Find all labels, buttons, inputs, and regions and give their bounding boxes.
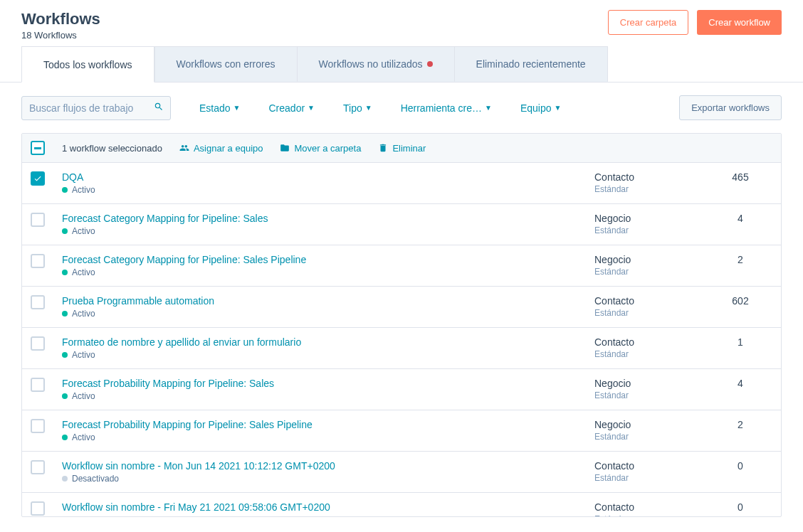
delete-action[interactable]: Eliminar — [378, 143, 426, 154]
object-type: Negocio — [594, 254, 708, 265]
caret-down-icon: ▼ — [485, 104, 492, 112]
tab-unused[interactable]: Workflows no utilizados — [297, 46, 454, 82]
row-checkbox[interactable] — [31, 419, 45, 433]
object-type: Contacto — [594, 171, 708, 183]
tab-errors[interactable]: Workflows con errores — [154, 46, 297, 82]
table-row: Forecast Probability Mapping for Pipelin… — [22, 369, 781, 410]
selection-count: 1 workflow seleccionado — [62, 143, 162, 154]
status-dot-icon — [62, 352, 68, 358]
filter-herramienta[interactable]: Herramienta cre…▼ — [401, 102, 492, 114]
trash-icon — [378, 143, 388, 153]
select-all-checkbox[interactable] — [31, 141, 45, 155]
enrolled-count: 4 — [708, 378, 772, 389]
enrolled-count: 2 — [708, 419, 772, 430]
workflow-name-link[interactable]: Forecast Probability Mapping for Pipelin… — [62, 378, 594, 389]
row-checkbox[interactable] — [31, 460, 45, 474]
caret-down-icon: ▼ — [365, 104, 372, 112]
unused-indicator-dot — [427, 61, 433, 67]
filter-tipo[interactable]: Tipo▼ — [343, 102, 372, 114]
workflow-name-link[interactable]: Workflow sin nombre - Fri May 21 2021 09… — [62, 501, 594, 513]
status-label: Activo — [72, 267, 95, 277]
object-type: Contacto — [594, 501, 708, 513]
status-dot-icon — [62, 311, 68, 316]
workflow-type: Estándar — [594, 267, 708, 277]
users-icon — [179, 143, 189, 153]
export-button[interactable]: Exportar workflows — [679, 95, 782, 120]
status-dot-icon — [62, 435, 68, 440]
workflow-table: 1 workflow seleccionado Asignar a equipo… — [21, 133, 782, 517]
tab-all-workflows[interactable]: Todos los workflows — [21, 46, 154, 83]
status-label: Desactivado — [72, 515, 119, 517]
tabs-bar: Todos los workflows Workflows con errore… — [0, 46, 803, 83]
filter-estado[interactable]: Estado▼ — [199, 102, 241, 114]
enrolled-count: 0 — [708, 460, 772, 472]
status-label: Activo — [72, 226, 95, 236]
tab-deleted[interactable]: Eliminado recientemente — [454, 46, 608, 82]
create-folder-button[interactable]: Crear carpeta — [608, 10, 688, 35]
search-input[interactable] — [21, 96, 171, 120]
row-checkbox[interactable] — [31, 254, 45, 268]
workflow-type: Estándar — [594, 225, 708, 235]
object-type: Contacto — [594, 295, 708, 307]
object-type: Negocio — [594, 213, 708, 224]
workflow-name-link[interactable]: Forecast Category Mapping for Pipeline: … — [62, 213, 594, 224]
caret-down-icon: ▼ — [308, 104, 315, 112]
filter-herramienta-label: Herramienta cre… — [401, 102, 482, 114]
filter-estado-label: Estado — [199, 102, 231, 114]
enrolled-count: 0 — [708, 501, 772, 513]
filter-equipo-label: Equipo — [520, 102, 552, 114]
page-subtitle: 18 Workflows — [21, 30, 100, 41]
assign-team-action[interactable]: Asignar a equipo — [179, 143, 263, 154]
object-type: Contacto — [594, 336, 708, 348]
workflow-name-link[interactable]: Formateo de nombre y apellido al enviar … — [62, 336, 594, 348]
row-checkbox[interactable] — [31, 213, 45, 227]
workflow-type: Estándar — [594, 473, 708, 483]
workflow-name-link[interactable]: DQA — [62, 171, 594, 183]
status-dot-icon — [62, 270, 68, 275]
filter-creador[interactable]: Creador▼ — [269, 102, 315, 114]
tab-unused-label: Workflows no utilizados — [319, 58, 423, 70]
workflow-type: Estándar — [594, 184, 708, 194]
workflow-type: Estándar — [594, 390, 708, 400]
status-label: Activo — [72, 350, 95, 360]
row-checkbox[interactable] — [31, 295, 45, 309]
status-label: Activo — [72, 185, 95, 195]
workflow-name-link[interactable]: Workflow sin nombre - Mon Jun 14 2021 10… — [62, 460, 594, 472]
object-type: Negocio — [594, 419, 708, 430]
workflow-name-link[interactable]: Forecast Category Mapping for Pipeline: … — [62, 254, 594, 265]
filter-tipo-label: Tipo — [343, 102, 362, 114]
filter-equipo[interactable]: Equipo▼ — [520, 102, 562, 114]
status-dot-icon — [62, 228, 68, 234]
table-row: Forecast Probability Mapping for Pipelin… — [22, 410, 781, 452]
object-type: Negocio — [594, 378, 708, 389]
row-checkbox[interactable] — [31, 171, 45, 186]
status-label: Activo — [72, 432, 95, 442]
row-checkbox[interactable] — [31, 378, 45, 392]
create-workflow-button[interactable]: Crear workflow — [697, 10, 782, 35]
move-folder-action[interactable]: Mover a carpeta — [280, 143, 361, 154]
object-type: Contacto — [594, 460, 708, 472]
delete-label: Eliminar — [392, 143, 426, 154]
caret-down-icon: ▼ — [555, 104, 562, 112]
table-row: Formateo de nombre y apellido al enviar … — [22, 328, 781, 369]
status-label: Activo — [72, 309, 95, 319]
search-icon[interactable] — [154, 102, 164, 115]
filter-creador-label: Creador — [269, 102, 305, 114]
workflow-name-link[interactable]: Forecast Probability Mapping for Pipelin… — [62, 419, 594, 430]
workflow-type: Estándar — [594, 349, 708, 359]
table-row: DQAActivoContactoEstándar465 — [22, 163, 781, 204]
workflow-name-link[interactable]: Prueba Programmable automation — [62, 295, 594, 307]
status-dot-icon — [62, 393, 68, 399]
table-row: Workflow sin nombre - Fri May 21 2021 09… — [22, 493, 781, 517]
folder-icon — [280, 143, 290, 153]
workflow-type: Estándar — [594, 308, 708, 318]
table-row: Forecast Category Mapping for Pipeline: … — [22, 204, 781, 245]
enrolled-count: 602 — [708, 295, 772, 307]
table-row: Workflow sin nombre - Mon Jun 14 2021 10… — [22, 452, 781, 493]
status-dot-icon — [62, 187, 68, 193]
status-dot-icon — [62, 476, 68, 482]
row-checkbox[interactable] — [31, 501, 45, 516]
row-checkbox[interactable] — [31, 336, 45, 351]
enrolled-count: 2 — [708, 254, 772, 265]
caret-down-icon: ▼ — [233, 104, 241, 112]
